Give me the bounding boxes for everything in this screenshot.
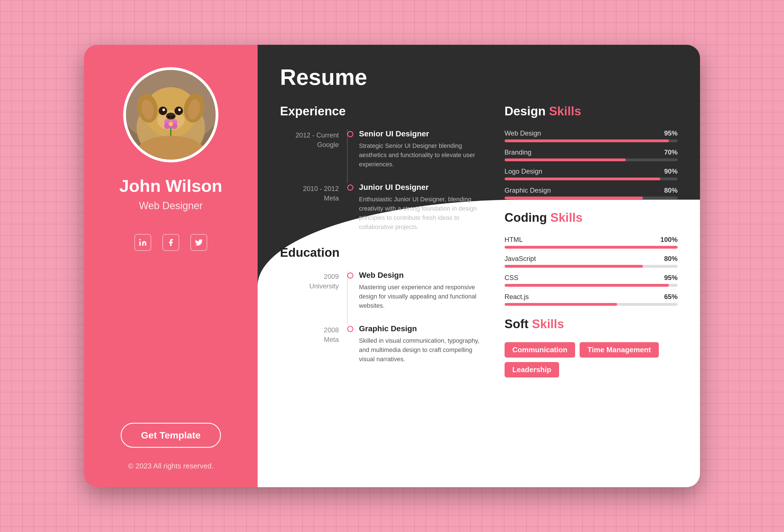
svg-point-11: [171, 116, 174, 118]
skill-pct-reactjs: 65%: [664, 293, 678, 301]
coding-skills-section: Coding Skills HTML 100% JavaScript: [505, 211, 678, 306]
skill-pct-web-design: 95%: [664, 129, 678, 137]
tag-time-management: Time Management: [580, 342, 659, 358]
exp-content-2: Junior UI Designer Enthusiastic Junior U…: [359, 183, 488, 231]
soft-skills-tags: Communication Time Management Leadership: [505, 342, 678, 377]
person-name: John Wilson: [119, 176, 222, 195]
skill-pct-javascript: 80%: [664, 255, 678, 263]
edu-content-1: Web Design Mastering user experience and…: [359, 271, 488, 310]
skill-pct-logo-design: 90%: [664, 167, 678, 175]
edu-content-2: Graphic Design Skilled in visual communi…: [359, 324, 488, 364]
soft-heading-text: Soft: [505, 317, 532, 331]
svg-point-9: [166, 113, 175, 119]
skill-pct-html: 100%: [661, 236, 678, 244]
coding-heading-text: Coding: [505, 211, 551, 224]
skill-name-branding: Branding: [505, 148, 531, 156]
left-panel: John Wilson Web Designer Get Template: [84, 45, 258, 487]
coding-heading-highlight: Skills: [551, 211, 583, 224]
skill-graphic-design: Graphic Design 80%: [505, 187, 678, 199]
coding-skills-heading: Coding Skills: [505, 211, 678, 225]
exp-desc-1: Strategic Senior UI Designer blending ae…: [359, 141, 488, 169]
social-icons: [134, 234, 207, 251]
resume-card: John Wilson Web Designer Get Template: [84, 45, 700, 487]
linkedin-icon[interactable]: [134, 234, 151, 251]
design-skills-heading: Design Skills: [505, 104, 678, 118]
skill-pct-graphic-design: 80%: [664, 187, 678, 194]
skill-name-css: CSS: [505, 274, 518, 282]
exp-date-1: 2012 - CurrentGoogle: [291, 129, 347, 169]
skill-name-logo-design: Logo Design: [505, 167, 542, 175]
tag-leadership: Leadership: [505, 362, 559, 377]
skill-html: HTML 100%: [505, 236, 678, 249]
education-heading: Education: [280, 246, 488, 259]
experience-timeline: 2012 - CurrentGoogle Senior UI Designer …: [280, 129, 488, 231]
exp-job-1: Senior UI Designer: [359, 129, 488, 138]
avatar: [123, 67, 218, 162]
col-right: Design Skills Web Design 95% Branding: [505, 99, 678, 487]
edu-item-1: 2009University Web Design Mastering user…: [291, 271, 488, 310]
education-timeline: 2009University Web Design Mastering user…: [280, 271, 488, 364]
skill-css: CSS 95%: [505, 274, 678, 287]
experience-heading: Experience: [280, 104, 488, 118]
soft-skills-heading: Soft Skills: [505, 317, 678, 331]
svg-point-22: [169, 122, 173, 126]
experience-item-1: 2012 - CurrentGoogle Senior UI Designer …: [291, 129, 488, 169]
exp-desc-2: Enthusiastic Junior UI Designer, blendin…: [359, 195, 488, 231]
skill-name-graphic-design: Graphic Design: [505, 187, 551, 194]
soft-heading-highlight: Skills: [532, 317, 564, 331]
design-heading-highlight: Skills: [549, 104, 581, 118]
skill-web-design: Web Design 95%: [505, 129, 678, 142]
soft-skills-section: Soft Skills Communication Time Managemen…: [505, 317, 678, 377]
edu-subject-2: Graphic Design: [359, 324, 488, 333]
timeline-dot-2: [347, 185, 353, 191]
exp-content-1: Senior UI Designer Strategic Senior UI D…: [359, 129, 488, 169]
resume-columns: Experience 2012 - CurrentGoogle Senior U…: [258, 99, 700, 487]
person-title: Web Designer: [139, 200, 202, 212]
skill-reactjs: React.js 65%: [505, 293, 678, 306]
twitter-icon[interactable]: [190, 234, 207, 251]
skill-name-reactjs: React.js: [505, 293, 529, 301]
skill-logo-design: Logo Design 90%: [505, 167, 678, 180]
experience-item-2: 2010 - 2012Meta Junior UI Designer Enthu…: [291, 183, 488, 231]
edu-desc-2: Skilled in visual communication, typogra…: [359, 336, 488, 364]
skill-name-web-design: Web Design: [505, 129, 541, 137]
skill-pct-css: 95%: [664, 274, 678, 282]
facebook-icon[interactable]: [162, 234, 179, 251]
copyright-text: © 2023 All rights reserved.: [128, 462, 213, 470]
resume-title: Resume: [280, 64, 678, 90]
get-template-button[interactable]: Get Template: [121, 423, 221, 448]
skill-name-javascript: JavaScript: [505, 255, 536, 263]
exp-date-2: 2010 - 2012Meta: [291, 183, 347, 231]
timeline-dot-1: [347, 131, 353, 137]
edu-dot-1: [347, 273, 353, 279]
tag-communication: Communication: [505, 342, 575, 358]
right-content: Resume Experience 2012 - CurrentGoogle: [258, 45, 700, 487]
edu-item-2: 2008Meta Graphic Design Skilled in visua…: [291, 324, 488, 364]
skill-branding: Branding 70%: [505, 148, 678, 161]
svg-point-15: [178, 108, 180, 111]
col-left: Experience 2012 - CurrentGoogle Senior U…: [280, 99, 488, 487]
skill-name-html: HTML: [505, 236, 523, 244]
design-skills-section: Design Skills Web Design 95% Branding: [505, 104, 678, 199]
exp-job-2: Junior UI Designer: [359, 183, 488, 192]
skill-pct-branding: 70%: [664, 148, 678, 156]
edu-desc-1: Mastering user experience and responsive…: [359, 282, 488, 310]
right-panel: Resume Experience 2012 - CurrentGoogle: [258, 45, 700, 487]
skill-javascript: JavaScript 80%: [505, 255, 678, 268]
education-section: Education 2009University Web Design Mast…: [280, 246, 488, 364]
edu-date-1: 2009University: [291, 271, 347, 310]
design-heading-text: Design: [505, 104, 549, 118]
edu-subject-1: Web Design: [359, 271, 488, 280]
edu-date-2: 2008Meta: [291, 324, 347, 364]
svg-point-14: [162, 108, 165, 111]
svg-point-24: [139, 239, 141, 241]
edu-dot-2: [347, 326, 353, 332]
resume-header: Resume: [258, 45, 700, 99]
svg-point-10: [168, 116, 170, 118]
